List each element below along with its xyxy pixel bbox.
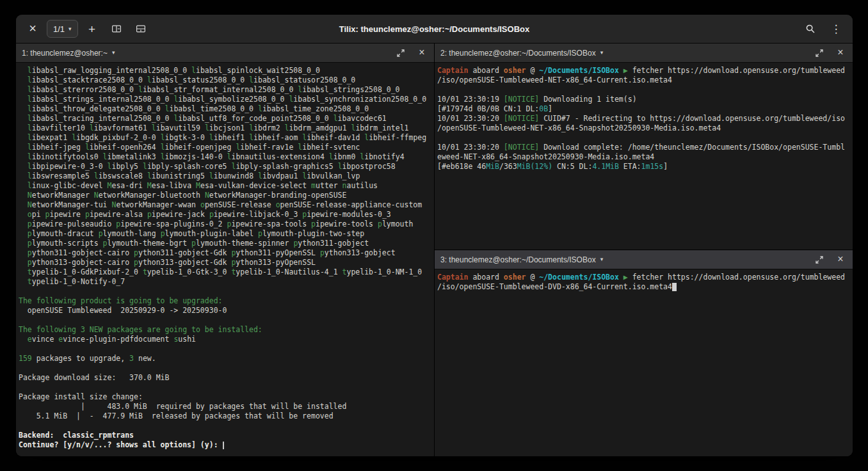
terminal-line: [19, 315, 431, 325]
terminal-2-content[interactable]: Captain aboard osher @ ~/Documents/ISOBo…: [435, 63, 853, 250]
maximize-pane-icon: [815, 255, 824, 264]
terminal-line: [19, 287, 431, 296]
terminal-line: libinotifytools0 libmetalink3 libmozjs-1…: [19, 152, 431, 162]
terminal-line: pipewire-pulseaudio pipewire-spa-plugins…: [19, 220, 431, 229]
terminal-line: 5.1 MiB | - 477.9 MiB released by packag…: [19, 411, 431, 421]
window-title: Tilix: theunclemez@osher:~/Documents/ISO…: [339, 24, 529, 34]
terminal-line: libabsl_strings_internal2508_0_0 libabsl…: [19, 95, 431, 104]
text-cursor: [672, 283, 677, 291]
terminal-line: python311-gobject-cairo python311-gobjec…: [19, 248, 431, 258]
session-selector-button[interactable]: 1/1 ▾: [47, 20, 78, 38]
pane-1-header[interactable]: 1: theunclemez@osher:~ ▾ ×: [16, 44, 434, 63]
terminal-line: 10/01 23:30:19 [NOTICE] Downloading 1 it…: [437, 95, 850, 104]
terminal-line: python313-gobject-cairo python313-gobjec…: [19, 258, 431, 267]
terminal-line: [19, 344, 431, 354]
chevron-down-icon: ▾: [68, 26, 72, 32]
right-pane-column: 2: theunclemez@osher:~/Documents/ISOBox …: [435, 44, 853, 456]
terminal-line: /openSUSE-Tumbleweed-NET-x86_64-Snapshot…: [437, 124, 850, 133]
pane-3-close-button[interactable]: ×: [832, 252, 849, 267]
headerbar-right-controls: ⋮: [800, 19, 846, 39]
pane-2-title: 2: theunclemez@osher:~/Documents/ISOBox: [440, 49, 596, 58]
terminal-line: libswresample5 libswscale8 libunistring5…: [19, 172, 431, 181]
close-icon: ×: [29, 22, 36, 35]
terminal-line: 10/01 23:30:20 [NOTICE] CUID#7 - Redirec…: [437, 114, 850, 124]
terminal-3-content[interactable]: Captain aboard osher @ ~/Documents/ISOBo…: [435, 269, 853, 456]
chevron-down-icon[interactable]: ▾: [600, 257, 604, 262]
split-down-icon: [136, 24, 146, 34]
terminal-line: [19, 421, 431, 431]
terminal-pane-2: 2: theunclemez@osher:~/Documents/ISOBox …: [435, 44, 853, 250]
chevron-down-icon[interactable]: ▾: [112, 50, 115, 56]
terminal-line: eweed-NET-x86_64-Snapshot20250930-Media.…: [437, 152, 850, 162]
pane-2-header[interactable]: 2: theunclemez@osher:~/Documents/ISOBox …: [435, 44, 853, 63]
terminal-line: typelib-1_0-Notify-0_7: [19, 277, 431, 287]
split-right-icon: [111, 24, 122, 34]
pane-3-maximize-button[interactable]: [811, 252, 828, 267]
terminal-line: NetworkManager-tui NetworkManager-wwan o…: [19, 200, 431, 210]
close-icon: ×: [837, 254, 843, 264]
terminal-line: plymouth-scripts plymouth-theme-bgrt ply…: [19, 239, 431, 248]
terminal-line: Captain aboard osher @ ~/Documents/ISOBo…: [437, 273, 850, 282]
terminal-line: /iso/openSUSE-Tumbleweed-DVD-x86_64-Curr…: [437, 282, 850, 292]
pane-2-maximize-button[interactable]: [811, 45, 828, 61]
terminal-line: [#17974d 0B/0B CN:1 DL:0B]: [437, 104, 850, 114]
terminal-line: libabsl_strerror2508_0_0 libabsl_str_for…: [19, 85, 431, 95]
pane-3-header[interactable]: 3: theunclemez@osher:~/Documents/ISOBox …: [435, 250, 853, 269]
terminal-line: libabsl_stacktrace2508_0_0 libabsl_statu…: [19, 76, 431, 85]
terminal-line: The following 3 NEW packages are going t…: [19, 325, 431, 335]
terminal-line: [19, 363, 431, 373]
add-terminal-right-button[interactable]: [106, 19, 127, 39]
headerbar-left-controls: × 1/1 ▾ +: [22, 19, 151, 39]
pane-3-title: 3: theunclemez@osher:~/Documents/ISOBox: [440, 255, 596, 264]
close-icon: ×: [419, 47, 424, 58]
terminal-line: [#eb618e 46MiB/363MiB(12%) CN:5 DL:4.1Mi…: [437, 162, 850, 172]
terminal-line: 159 packages to upgrade, 3 new.: [19, 354, 431, 363]
terminal-line: [437, 85, 850, 95]
text-cursor: [223, 442, 224, 449]
search-icon: [805, 24, 816, 34]
terminal-line: Continue? [y/n/v/...? shows all options]…: [19, 440, 431, 450]
terminal-line: Captain aboard osher @ ~/Documents/ISOBo…: [437, 66, 850, 76]
session-area: 1: theunclemez@osher:~ ▾ × libabsl_raw_l…: [16, 44, 853, 456]
terminal-line: libabsl_raw_logging_internal2508_0_0 lib…: [19, 66, 431, 76]
terminal-line: 10/01 23:30:20 [NOTICE] Download complet…: [437, 143, 850, 152]
new-session-button[interactable]: +: [82, 19, 102, 39]
terminal-line: linux-glibc-devel Mesa-dri Mesa-libva Me…: [19, 181, 431, 191]
pane-2-close-button[interactable]: ×: [832, 45, 849, 61]
tilix-window: × 1/1 ▾ +: [16, 15, 853, 456]
terminal-line: | 483.0 MiB required by packages that wi…: [19, 402, 431, 411]
session-indicator: 1/1: [53, 24, 65, 34]
menu-button[interactable]: ⋮: [826, 19, 846, 39]
pane-1-title: 1: theunclemez@osher:~: [22, 49, 108, 58]
terminal-line: typelib-1_0-GdkPixbuf-2_0 typelib-1_0-Gt…: [19, 267, 431, 277]
terminal-line: plymouth-dracut plymouth-lang plymouth-p…: [19, 229, 431, 239]
terminal-1-content[interactable]: libabsl_raw_logging_internal2508_0_0 lib…: [16, 63, 434, 456]
close-icon: ×: [837, 47, 843, 58]
pane-1-maximize-button[interactable]: [392, 45, 409, 61]
terminal-line: libabsl_throw_delegate2508_0_0 libabsl_t…: [19, 104, 431, 114]
terminal-pane-3: 3: theunclemez@osher:~/Documents/ISOBox …: [435, 250, 853, 456]
add-terminal-down-button[interactable]: [131, 19, 151, 39]
terminal-line: [437, 133, 850, 143]
chevron-down-icon[interactable]: ▾: [600, 50, 604, 56]
terminal-line: [19, 383, 431, 392]
terminal-line: libpipewire-0_3-0 libply5 libply-splash-…: [19, 162, 431, 172]
pane-1-close-button[interactable]: ×: [414, 45, 430, 61]
terminal-line: libheif-jpeg libheif-openh264 libheif-op…: [19, 143, 431, 152]
terminal-line: evince evince-plugin-pdfdocument sushi: [19, 335, 431, 344]
headerbar[interactable]: × 1/1 ▾ +: [16, 15, 853, 44]
terminal-pane-1: 1: theunclemez@osher:~ ▾ × libabsl_raw_l…: [16, 44, 434, 456]
terminal-line: Package download size: 370.0 MiB: [19, 373, 431, 383]
terminal-line: Package install size change:: [19, 392, 431, 402]
search-button[interactable]: [800, 19, 821, 39]
terminal-line: libabsl_tracing_internal2508_0_0 libabsl…: [19, 114, 431, 124]
window-close-button[interactable]: ×: [22, 19, 43, 39]
terminal-line: libavfilter10 libavformat61 libavutil59 …: [19, 124, 431, 133]
maximize-pane-icon: [396, 49, 405, 58]
terminal-line: opi pipewire pipewire-alsa pipewire-jack…: [19, 210, 431, 220]
terminal-line: NetworkManager NetworkManager-bluetooth …: [19, 191, 431, 200]
terminal-line: libexpat1 libgdk_pixbuf-2_0-0 libgtk-3-0…: [19, 133, 431, 143]
maximize-pane-icon: [815, 49, 824, 58]
terminal-line: The following product is going to be upg…: [19, 296, 431, 306]
terminal-line: Backend: classic_rpmtrans: [19, 431, 431, 440]
